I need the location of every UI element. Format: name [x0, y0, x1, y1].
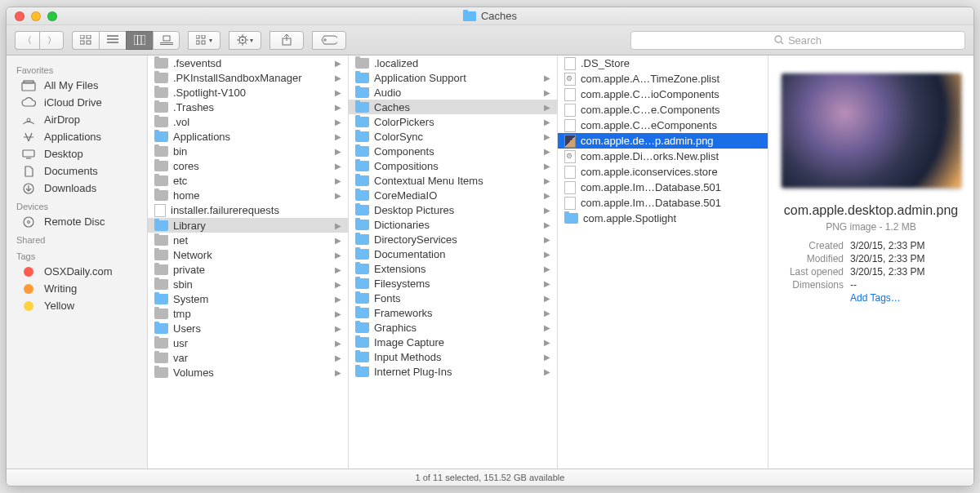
file-row[interactable]: Documentation▶	[349, 246, 557, 261]
file-row[interactable]: com.apple.Im…Database.501	[558, 180, 768, 195]
add-tags-link[interactable]: Add Tags…	[850, 292, 901, 304]
search-field[interactable]: Search	[630, 31, 965, 50]
file-name: var	[173, 352, 188, 364]
file-row[interactable]: com.apple.C…eComponents	[558, 118, 768, 133]
sidebar-item[interactable]: Applications	[7, 128, 147, 145]
folder-icon	[154, 73, 168, 83]
chevron-right-icon: ▶	[544, 353, 552, 362]
file-row[interactable]: com.apple.C…ioComponents	[558, 87, 768, 102]
sidebar-item[interactable]: Desktop	[7, 145, 147, 162]
sidebar-item[interactable]: Yellow	[7, 297, 147, 314]
folder-icon	[355, 249, 369, 260]
file-row[interactable]: tmp▶	[148, 306, 348, 321]
file-row[interactable]: Graphics▶	[349, 320, 557, 335]
file-row[interactable]: Users▶	[148, 321, 348, 335]
sidebar-item[interactable]: Documents	[7, 162, 147, 180]
file-row[interactable]: Applications▶	[148, 129, 348, 144]
file-row[interactable]: private▶	[148, 262, 348, 277]
file-row[interactable]: com.apple.Di…orks.New.plist	[558, 149, 768, 164]
file-row[interactable]: .DS_Store	[558, 56, 768, 71]
file-row[interactable]: Fonts▶	[349, 291, 557, 305]
sidebar-item[interactable]: Downloads	[7, 180, 147, 197]
file-row[interactable]: .vol▶	[148, 114, 348, 129]
file-row[interactable]: .Spotlight-V100▶	[148, 85, 348, 100]
file-row[interactable]: Network▶	[148, 247, 348, 262]
sidebar-item[interactable]: Remote Disc	[7, 213, 147, 230]
file-row[interactable]: .PKInstallSandboxManager▶	[148, 70, 348, 85]
file-row[interactable]: .localized	[349, 56, 557, 70]
file-row[interactable]: Desktop Pictures▶	[349, 202, 557, 217]
close-button[interactable]	[15, 11, 24, 21]
file-row[interactable]: sbin▶	[148, 277, 348, 291]
file-name: com.apple.Im…Database.501	[581, 181, 721, 193]
file-row[interactable]: etc▶	[148, 173, 348, 188]
file-row[interactable]: var▶	[148, 350, 348, 365]
file-row[interactable]: System▶	[148, 291, 348, 306]
file-row[interactable]: com.apple.Im…Database.501	[558, 195, 768, 211]
file-row[interactable]: bin▶	[148, 144, 348, 158]
file-row[interactable]: Audio▶	[349, 85, 557, 100]
zoom-button[interactable]	[47, 11, 57, 21]
file-row[interactable]: Contextual Menu Items▶	[349, 173, 557, 188]
icon-view-button[interactable]	[72, 31, 99, 50]
file-row[interactable]: ColorPickers▶	[349, 114, 557, 129]
minimize-button[interactable]	[31, 11, 41, 21]
chevron-right-icon: ▶	[544, 264, 552, 273]
file-row[interactable]: Extensions▶	[349, 261, 557, 276]
file-row[interactable]: Components▶	[349, 144, 557, 158]
sidebar-item[interactable]: Writing	[7, 280, 147, 297]
sidebar-item[interactable]: All My Files	[7, 77, 147, 94]
file-row[interactable]: DirectoryServices▶	[349, 232, 557, 246]
file-row[interactable]: .fseventsd▶	[148, 56, 348, 70]
action-button[interactable]: ▾	[229, 31, 261, 50]
sidebar-item[interactable]: iCloud Drive	[7, 94, 147, 111]
file-name: Dictionaries	[374, 219, 430, 231]
file-row[interactable]: com.apple.Spotlight	[558, 211, 768, 225]
edit-tags-button[interactable]	[312, 31, 346, 50]
share-button[interactable]	[270, 31, 304, 50]
file-row[interactable]: .Trashes▶	[148, 100, 348, 114]
tag-group	[312, 31, 346, 50]
file-row[interactable]: com.apple.A…TimeZone.plist	[558, 71, 768, 87]
file-row[interactable]: Library▶	[148, 218, 348, 233]
file-row[interactable]: usr▶	[148, 335, 348, 350]
file-name: Library	[173, 220, 206, 232]
column-1[interactable]: .fseventsd▶.PKInstallSandboxManager▶.Spo…	[148, 56, 349, 469]
file-row[interactable]: CoreMediaIO▶	[349, 188, 557, 202]
file-row[interactable]: com.apple.iconservices.store	[558, 164, 768, 180]
file-row[interactable]: installer.failurerequests	[148, 202, 348, 218]
sidebar-item[interactable]: OSXDaily.com	[7, 263, 147, 280]
column-3[interactable]: .DS_Storecom.apple.A…TimeZone.plistcom.a…	[558, 56, 768, 469]
column-2[interactable]: .localizedApplication Support▶Audio▶Cach…	[349, 56, 558, 469]
titlebar[interactable]: Caches	[7, 7, 973, 25]
arrange-button[interactable]: ▾	[188, 31, 220, 50]
column-view-button[interactable]	[126, 31, 153, 50]
file-row[interactable]: com.apple.de…p.admin.png	[558, 133, 768, 149]
file-name: home	[173, 189, 200, 202]
file-row[interactable]: Volumes▶	[148, 365, 348, 380]
file-row[interactable]: Frameworks▶	[349, 305, 557, 320]
file-row[interactable]: Dictionaries▶	[349, 217, 557, 232]
file-row[interactable]: Filesystems▶	[349, 276, 557, 291]
file-row[interactable]: Image Capture▶	[349, 335, 557, 349]
list-view-button[interactable]	[99, 31, 126, 50]
file-row[interactable]: net▶	[148, 233, 348, 247]
sidebar-item[interactable]: AirDrop	[7, 111, 147, 128]
file-row[interactable]: com.apple.C…e.Components	[558, 102, 768, 118]
file-row[interactable]: cores▶	[148, 158, 348, 173]
back-button[interactable]: 〈	[15, 31, 39, 50]
file-row[interactable]: Caches▶	[349, 100, 557, 114]
preview-thumbnail[interactable]	[782, 73, 961, 188]
file-row[interactable]: Compositions▶	[349, 158, 557, 173]
file-row[interactable]: Application Support▶	[349, 70, 557, 85]
coverflow-view-button[interactable]	[153, 31, 180, 50]
chevron-right-icon: ▶	[335, 73, 343, 82]
folder-icon	[154, 250, 168, 260]
file-row[interactable]: Input Methods▶	[349, 349, 557, 364]
document-icon	[564, 88, 576, 101]
file-row[interactable]: Internet Plug-Ins▶	[349, 364, 557, 379]
svg-rect-7	[134, 35, 145, 45]
file-row[interactable]: home▶	[148, 188, 348, 202]
file-row[interactable]: ColorSync▶	[349, 129, 557, 144]
forward-button[interactable]: 〉	[39, 31, 64, 50]
